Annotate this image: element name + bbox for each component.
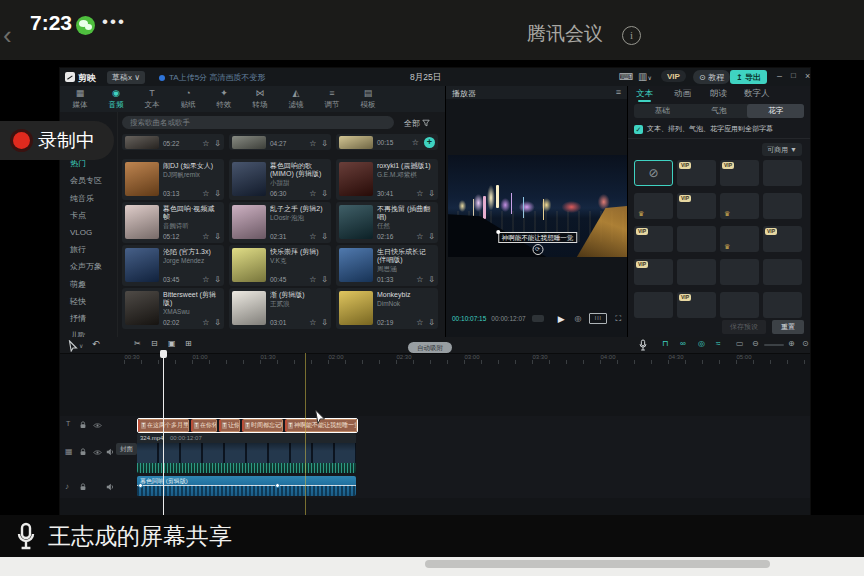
favorite-star-icon[interactable]: ☆ (202, 275, 209, 284)
music-card[interactable]: 00:15☆+ (336, 134, 438, 150)
shortcut-keyboard-icon[interactable]: ⌨ (619, 71, 633, 82)
fancy-text-preset-cell[interactable]: VIP (634, 259, 673, 285)
aspect-ratio-button[interactable]: III (589, 313, 607, 324)
snapshot-icon[interactable]: ◎ (574, 314, 581, 323)
download-icon[interactable]: ⇩ (214, 232, 221, 241)
add-to-track-button[interactable]: + (424, 137, 435, 148)
speaker-icon[interactable] (106, 483, 114, 491)
download-icon[interactable]: ⇩ (321, 139, 328, 148)
maximize-button[interactable]: □ (791, 71, 796, 80)
fancy-text-preset-cell[interactable] (634, 292, 673, 318)
speaker-icon[interactable] (106, 448, 114, 456)
download-icon[interactable]: ⇩ (214, 189, 221, 198)
props-tab-数字人[interactable]: 数字人 (744, 88, 770, 100)
favorite-star-icon[interactable]: ☆ (416, 275, 423, 284)
lock-icon[interactable] (79, 483, 87, 491)
zoom-out-icon[interactable]: ⊖ (752, 339, 759, 348)
favorite-star-icon[interactable]: ☆ (202, 139, 209, 148)
fancy-text-preset-cell[interactable]: ♛ (634, 193, 673, 219)
favorite-star-icon[interactable]: ☆ (416, 189, 423, 198)
download-icon[interactable]: ⇩ (214, 318, 221, 327)
music-card[interactable]: 生日快乐成长记 (伴唱版)周思涵01:33☆⇩ (336, 245, 438, 286)
music-category-item[interactable]: 旅行 (60, 241, 117, 258)
mirror-clip-icon[interactable]: ⊞ (185, 339, 192, 348)
favorite-star-icon[interactable]: ☆ (309, 189, 316, 198)
download-icon[interactable]: ⇩ (214, 275, 221, 284)
undo-icon[interactable]: ↶ (92, 339, 100, 349)
search-input[interactable] (122, 116, 394, 129)
cover-button[interactable]: 封面 (116, 443, 137, 455)
record-voiceover-mic-icon[interactable] (638, 339, 648, 351)
fancy-text-preset-cell[interactable] (763, 292, 802, 318)
preview-axis-toggle-icon[interactable]: ◎ (698, 339, 705, 348)
favorite-star-icon[interactable]: ☆ (202, 232, 209, 241)
selection-handle[interactable] (496, 230, 500, 234)
draft-dropdown[interactable]: 草稿x ∨ (107, 71, 145, 84)
fancy-text-preset-cell[interactable]: VIP (677, 160, 716, 186)
download-icon[interactable]: ⇩ (428, 275, 435, 284)
delete-clip-icon[interactable]: ⊟ (151, 339, 158, 348)
info-icon[interactable]: i (622, 26, 641, 45)
favorite-star-icon[interactable]: ☆ (416, 232, 423, 241)
music-card[interactable]: 乱子之手 (剪辑2)LOosir·泡泡02:31☆⇩ (229, 202, 331, 243)
back-chevron-icon[interactable]: ‹ (3, 20, 12, 51)
fancy-text-preset-cell[interactable]: VIP (763, 226, 802, 252)
favorite-star-icon[interactable]: ☆ (309, 275, 316, 284)
music-card[interactable]: 05:22☆⇩ (122, 134, 224, 150)
select-tool-dropdown[interactable]: ∨ (79, 342, 83, 349)
fancy-text-preset-cell[interactable]: VIP (677, 292, 716, 318)
fancy-text-preset-cell[interactable]: VIP (720, 160, 759, 186)
fancy-text-preset-cell[interactable] (763, 259, 802, 285)
link-preview-toggle-icon[interactable]: ∞ (680, 339, 686, 348)
favorite-star-icon[interactable]: ☆ (309, 318, 316, 327)
preset-none-cell[interactable]: ⊘ (634, 160, 673, 186)
playhead-handle[interactable] (160, 350, 167, 358)
horizontal-scrollbar[interactable] (425, 560, 770, 568)
music-category-item[interactable]: 卡点 (60, 207, 117, 224)
more-dots-icon[interactable]: ••• (102, 12, 126, 32)
volume-envelope-line[interactable] (137, 485, 356, 486)
download-icon[interactable]: ⇩ (428, 232, 435, 241)
select-tool-icon[interactable] (68, 340, 78, 352)
vip-badge[interactable]: VIP (661, 70, 686, 82)
filter-all-dropdown[interactable]: 全部 (404, 118, 430, 129)
timeline-ruler[interactable]: 00:3001:0001:3002:0002:3003:0003:3004:00… (60, 353, 810, 365)
video-clip[interactable]: 324.mp4 00:00:12:07 (137, 433, 356, 473)
save-preset-button[interactable]: 保存预设 (722, 320, 766, 334)
fancy-text-preset-cell[interactable] (677, 226, 716, 252)
download-icon[interactable]: ⇩ (428, 189, 435, 198)
playhead-line[interactable] (163, 351, 164, 515)
favorite-star-icon[interactable]: ☆ (309, 139, 316, 148)
track-height-icon[interactable]: ▭ (736, 339, 744, 348)
eye-icon[interactable] (93, 449, 102, 456)
subtitle-clip[interactable]: T让你暖 (219, 419, 240, 432)
commercial-filter-dropdown[interactable]: 可商用 ▼ (762, 143, 802, 156)
ribbon-tab-滤镜[interactable]: ◭滤镜 (278, 86, 314, 112)
music-card[interactable]: 不再挽留 (插曲翻唱)任然02:16☆⇩ (336, 202, 438, 243)
subtitle-clip[interactable]: T在你怀里 (191, 419, 217, 432)
fancy-text-preset-cell[interactable] (720, 292, 759, 318)
reset-button[interactable]: 重置 (772, 320, 804, 334)
tutorial-button[interactable]: ⊙ 教程 (693, 70, 730, 84)
favorite-star-icon[interactable]: ☆ (412, 138, 419, 147)
checkbox-checked-icon[interactable]: ✓ (634, 125, 643, 134)
download-icon[interactable]: ⇩ (321, 275, 328, 284)
music-card[interactable]: Bittersweet (剪辑版)XMASwu02:02☆⇩ (122, 288, 224, 329)
split-clip-icon[interactable]: ✂ (134, 339, 141, 348)
waveform-toggle-icon[interactable]: ≈ (716, 339, 720, 348)
music-card[interactable]: 闹DJ (如果女人)DJ阿帆remix03:13☆⇩ (122, 159, 224, 200)
music-category-item[interactable]: 众声万象 (60, 258, 117, 275)
props-tab-朗读[interactable]: 朗读 (710, 88, 727, 100)
music-category-item[interactable]: 萌趣 (60, 276, 117, 293)
music-card[interactable]: roxyki1 (震撼版1)G.E.M.邓紫棋30:41☆⇩ (336, 159, 438, 200)
fancy-text-preset-cell[interactable] (677, 259, 716, 285)
zoom-slider[interactable] (764, 344, 784, 346)
subtitle-overlay[interactable]: 神啊能不能让我想睡一觉 (498, 232, 578, 243)
fancy-text-preset-cell[interactable]: VIP (634, 226, 673, 252)
video-preview[interactable]: 神啊能不能让我想睡一觉 ⟳ (448, 155, 627, 257)
favorite-star-icon[interactable]: ☆ (416, 318, 423, 327)
favorite-star-icon[interactable]: ☆ (309, 232, 316, 241)
layout-switch-icon[interactable]: ▥∨ (638, 71, 652, 82)
minimize-button[interactable]: – (777, 71, 782, 81)
microphone-icon[interactable] (14, 522, 38, 550)
